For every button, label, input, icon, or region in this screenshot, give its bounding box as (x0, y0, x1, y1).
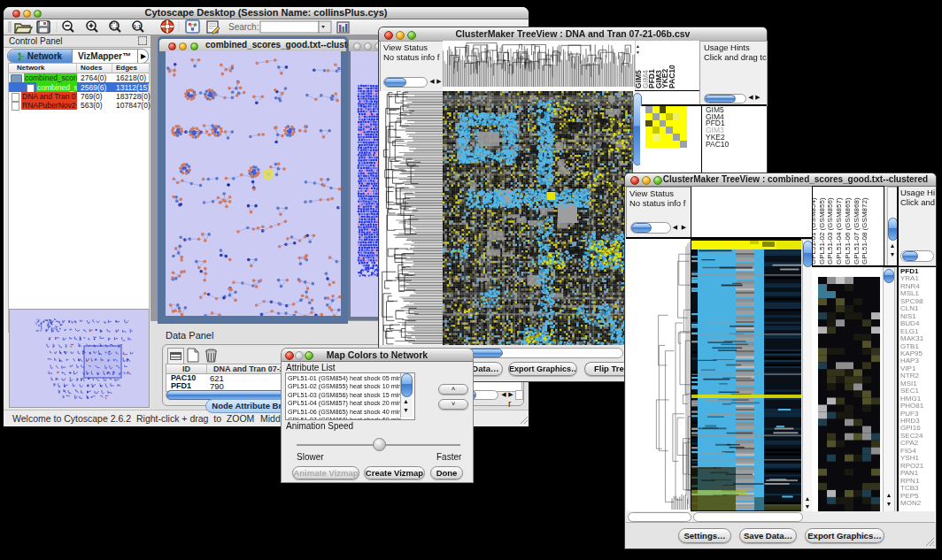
svg-text:Search:: Search: (228, 22, 259, 32)
svg-text:1:1: 1:1 (134, 24, 142, 29)
